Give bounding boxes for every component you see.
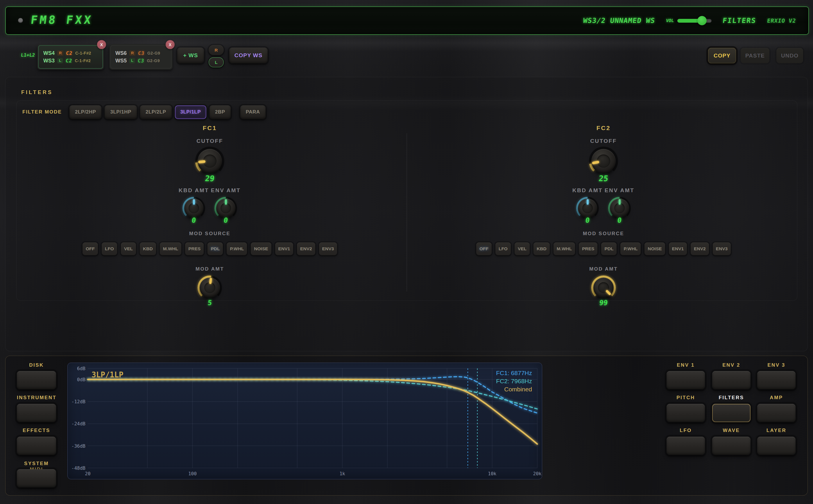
fc1-modsrc-env3[interactable]: ENV3 — [319, 242, 337, 255]
nav-layer-button[interactable] — [757, 437, 796, 455]
fc2-cutoff-value: 25 — [481, 174, 726, 183]
nav-env3-button[interactable] — [757, 371, 796, 389]
fc2-modsrc-off[interactable]: OFF — [476, 242, 492, 255]
ws-name: WS4 — [43, 50, 55, 56]
wave-number: C3 — [137, 58, 145, 64]
fc2-modsrc-mwhl[interactable]: M.WHL — [553, 242, 575, 255]
nav-wave-button[interactable] — [712, 437, 751, 455]
fc2-modsrc-env2[interactable]: ENV2 — [691, 242, 709, 255]
paste-button[interactable]: PASTE — [741, 48, 769, 63]
fc2-modsrc-pwhl[interactable]: P.WHL — [621, 242, 641, 255]
nav-lfo-button[interactable] — [667, 437, 705, 455]
filters-panel-heading: FILTERS — [21, 89, 53, 96]
channel-l-badge: L — [129, 58, 135, 63]
nav-filters-button[interactable] — [712, 404, 751, 422]
volume-label: VOL — [666, 18, 674, 23]
fc1-modsrc-vel[interactable]: VEL — [121, 242, 136, 255]
fc1-modsrc-mwhl[interactable]: M.WHL — [160, 242, 181, 255]
nav-disk-button[interactable] — [17, 371, 56, 389]
ws-name: WS3 — [43, 58, 55, 64]
nav-env2-button[interactable] — [712, 371, 751, 389]
fc1-modsrc-kbd[interactable]: KBD — [140, 242, 156, 255]
volume-thumb[interactable] — [697, 16, 707, 25]
fc2-modsrc-pdl[interactable]: PDL — [601, 242, 617, 255]
volume-slider[interactable] — [677, 16, 712, 25]
fc2-title: FC2 — [481, 125, 726, 132]
fc2-modsrc-noise[interactable]: NOISE — [645, 242, 665, 255]
wavestation-tab-bar: L1+L2 WS4 R C2 C-1-F#2 WS3 L C2 C-1-F#2 … — [0, 44, 813, 73]
fc2-cutoff-knob[interactable] — [589, 147, 618, 176]
fc1-modsrc-pdl[interactable]: PDL — [208, 242, 223, 255]
nav-label-lfo: LFO — [667, 428, 705, 433]
nav-label-env2: ENV 2 — [712, 362, 751, 368]
fc1-env-amt-value: 0 — [200, 216, 251, 224]
fc1-modsrc-lfo[interactable]: LFO — [102, 242, 117, 255]
close-tab-button[interactable]: X — [165, 40, 174, 49]
fc2-modsrc-pres[interactable]: PRES — [579, 242, 597, 255]
key-range: C-1-F#2 — [75, 58, 91, 63]
wave-number: C2 — [65, 58, 73, 64]
fc1-modsrc-noise[interactable]: NOISE — [251, 242, 271, 255]
nav-effects-button[interactable] — [17, 437, 56, 455]
fc2-modsrc-env3[interactable]: ENV3 — [713, 242, 731, 255]
fc2-mod-amt-knob[interactable] — [591, 276, 616, 300]
channel-l-badge: L — [57, 58, 63, 63]
fc1-modsrc-pwhl[interactable]: P.WHL — [227, 242, 247, 255]
filters-panel: FILTERS FILTER MODE 2LP/2HP 3LP/1HP 2LP/… — [5, 77, 808, 351]
fc2-modsrc-env1[interactable]: ENV1 — [669, 242, 687, 255]
fc1-mod-source-label: MOD SOURCE — [88, 231, 332, 237]
fc2-modsrc-vel[interactable]: VEL — [515, 242, 530, 255]
channel-l-button[interactable]: L — [209, 57, 224, 67]
nav-label-amp: AMP — [757, 395, 796, 401]
nav-env1-button[interactable] — [667, 371, 705, 389]
close-tab-button[interactable]: X — [97, 40, 106, 49]
wave-number: C2 — [66, 50, 73, 56]
fc2-section: FC2 CUTOFF 25 KBD AMT ENV AMT 0 0 MOD SO… — [481, 101, 726, 301]
patch-name-display: WS3/2 UNNAMED WS — [582, 17, 656, 25]
fc2-env-amt-value: 0 — [594, 216, 645, 224]
nav-instrument-button[interactable] — [17, 404, 56, 422]
ws-row: WS6 R C3 G2-G9 — [115, 50, 171, 56]
svg-text:-24dB: -24dB — [71, 421, 85, 426]
ws-row: WS5 L C3 G2-G9 — [115, 58, 171, 64]
undo-button[interactable]: UNDO — [776, 48, 803, 63]
fc1-modsrc-off[interactable]: OFF — [82, 242, 98, 255]
fc1-mod-amt-label: MOD AMT — [88, 266, 332, 272]
fc1-cutoff-knob[interactable] — [195, 147, 224, 176]
channel-r-button[interactable]: R — [209, 45, 224, 55]
fc1-modsrc-env1[interactable]: ENV1 — [275, 242, 294, 255]
app-logo: FM8 FXX — [30, 13, 93, 26]
nav-label-env1: ENV 1 — [667, 362, 705, 368]
fc1-mod-source-row: OFF LFO VEL KBD M.WHL PRES PDL P.WHL NOI… — [88, 242, 332, 255]
channel-r-badge: R — [129, 51, 135, 56]
filter-mode-label: FILTER MODE — [22, 109, 62, 115]
fc1-env-amt-label: ENV AMT — [201, 187, 251, 194]
fc2-modsrc-kbd[interactable]: KBD — [533, 242, 550, 255]
filter-controls-panel: FILTER MODE 2LP/2HP 3LP/1HP 2LP/2LP 3LP/… — [16, 100, 797, 301]
key-range: C-1-F#2 — [75, 51, 91, 55]
fc-divider — [406, 133, 407, 291]
key-range: G2-G9 — [147, 51, 160, 55]
fc2-mod-source-label: MOD SOURCE — [481, 231, 726, 237]
svg-text:20k: 20k — [533, 471, 542, 476]
nav-label-wave: WAVE — [712, 428, 751, 433]
ws-tab-2[interactable]: WS6 R C3 G2-G9 WS5 L C3 G2-G9 X — [109, 44, 172, 70]
copy-ws-button[interactable]: COPY WS — [229, 48, 268, 63]
copy-button[interactable]: COPY — [708, 48, 736, 63]
fc1-modsrc-pres[interactable]: PRES — [185, 242, 204, 255]
svg-text:FC2: 7968Hz: FC2: 7968Hz — [496, 378, 532, 384]
fc1-modsrc-env2[interactable]: ENV2 — [297, 242, 315, 255]
fc2-modsrc-lfo[interactable]: LFO — [495, 242, 511, 255]
ws-tab-1[interactable]: WS4 R C2 C-1-F#2 WS3 L C2 C-1-F#2 X — [37, 44, 104, 70]
fc1-mod-amt-knob[interactable] — [197, 276, 222, 300]
nav-system-midi-button[interactable] — [17, 469, 56, 487]
ws-row: WS3 L C2 C-1-F#2 — [43, 58, 102, 64]
fc2-env-amt-label: ENV AMT — [595, 187, 644, 194]
svg-text:Combined: Combined — [504, 386, 532, 393]
nav-pitch-button[interactable] — [667, 404, 705, 422]
nav-amp-button[interactable] — [757, 404, 796, 422]
power-led — [18, 18, 23, 23]
nav-label-env3: ENV 3 — [757, 362, 796, 368]
nav-label-filters: FILTERS — [712, 395, 751, 401]
add-ws-button[interactable]: + WS — [177, 48, 204, 63]
